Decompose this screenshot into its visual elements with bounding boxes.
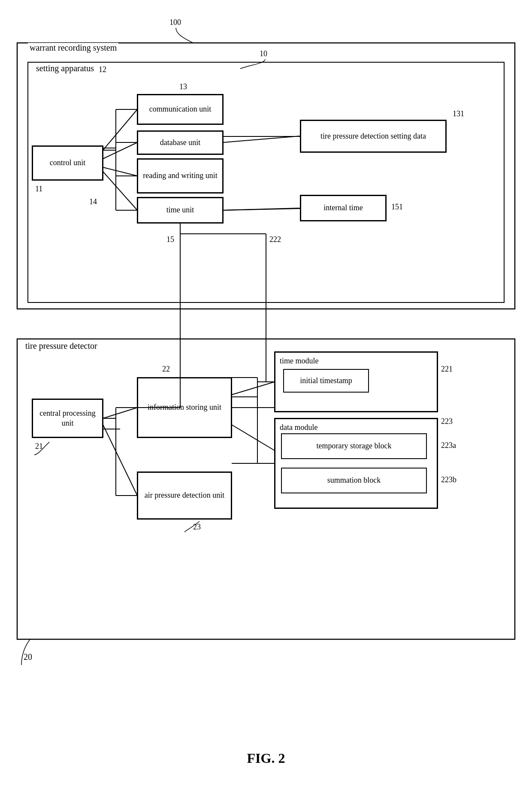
- ref-223a: 223a: [441, 441, 456, 450]
- central-processing-box: central processing unit: [32, 399, 103, 438]
- ref-100: 100: [169, 18, 181, 27]
- ref-22: 22: [162, 365, 170, 374]
- tire-detector-label: tire pressure detector: [24, 341, 99, 351]
- svg-line-32: [232, 425, 275, 450]
- ref-12: 12: [99, 65, 106, 74]
- ref-14: 14: [89, 197, 97, 206]
- information-storing-box: information storing unit: [137, 378, 232, 438]
- svg-line-45: [257, 369, 275, 378]
- ref-131: 131: [453, 109, 464, 118]
- setting-apparatus-label: setting apparatus: [34, 63, 96, 73]
- svg-line-31: [232, 382, 275, 395]
- reading-writing-unit-box: reading and writing unit: [137, 159, 223, 193]
- svg-line-33: [103, 408, 137, 418]
- ref-222-top: 222: [269, 235, 281, 244]
- initial-timestamp-box: initial timestamp: [283, 369, 369, 393]
- svg-line-20: [103, 167, 137, 176]
- svg-line-19: [103, 142, 137, 159]
- svg-line-28: [223, 136, 300, 142]
- time-unit-box: time unit: [137, 197, 223, 223]
- svg-line-58: [223, 209, 300, 210]
- svg-line-18: [103, 109, 137, 150]
- ref-23: 23: [193, 523, 201, 532]
- svg-rect-1: [28, 62, 504, 302]
- data-module-box: data module: [275, 418, 438, 508]
- svg-line-29: [223, 208, 300, 210]
- svg-line-21: [103, 172, 137, 210]
- ref-151: 151: [391, 203, 403, 212]
- ref-15: 15: [166, 235, 174, 244]
- ref-20: 20: [24, 652, 32, 662]
- ref-223: 223: [441, 417, 453, 426]
- ref-21: 21: [35, 442, 43, 451]
- air-pressure-box: air pressure detection unit: [137, 472, 232, 519]
- svg-rect-2: [17, 339, 515, 639]
- tire-pressure-setting-box: tire pressure detection setting data: [300, 120, 446, 152]
- fig-label: FIG. 2: [247, 750, 285, 766]
- internal-time-box: internal time: [300, 195, 386, 221]
- ref-13: 13: [179, 82, 187, 91]
- ref-223b: 223b: [441, 475, 456, 484]
- ref-221: 221: [441, 365, 453, 374]
- temp-storage-box: temporary storage block: [281, 433, 427, 459]
- ref-10: 10: [260, 49, 267, 58]
- summation-block-box: summation block: [281, 468, 427, 493]
- connector-lines: [0, 0, 532, 792]
- diagram-lines: [0, 0, 532, 792]
- database-unit-box: database unit: [137, 131, 223, 154]
- control-unit-box: control unit: [32, 146, 103, 180]
- ref-11: 11: [35, 184, 42, 193]
- diagram-container: 100 warrant recording system 10 setting …: [0, 0, 532, 792]
- warrant-system-label: warrant recording system: [28, 43, 118, 53]
- svg-line-74: [257, 369, 275, 382]
- svg-line-34: [103, 425, 137, 496]
- communication-unit-box: communication unit: [137, 94, 223, 124]
